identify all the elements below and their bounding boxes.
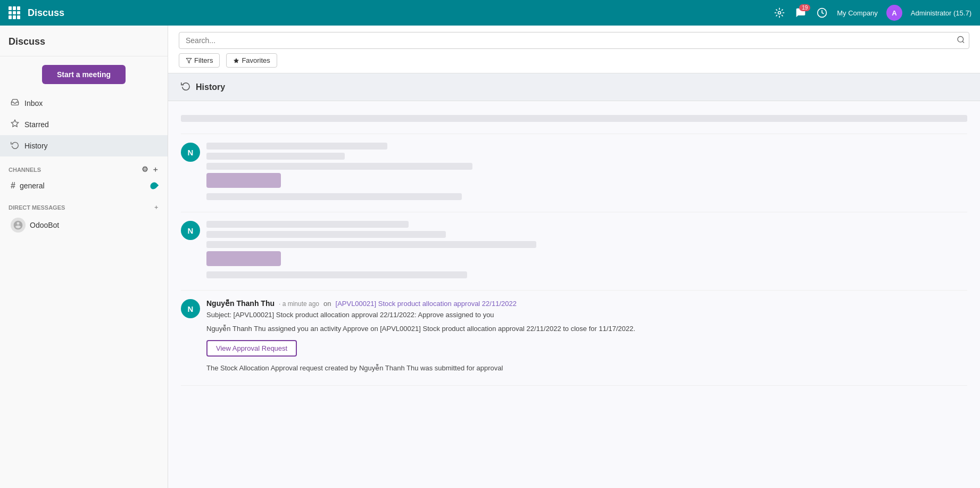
message-item-0: N Nguyễn Thanh Thu · a minute ago on [AP… (181, 291, 967, 386)
channels-section: CHANNELS ⚙ ＋ (0, 161, 168, 177)
content-area: History N (168, 73, 980, 488)
message-list: N N (168, 101, 980, 386)
sidebar-item-starred[interactable]: Starred (0, 114, 168, 135)
svg-marker-5 (186, 58, 192, 63)
channel-notification-dot (149, 181, 159, 191)
filters-label: Filters (194, 56, 213, 64)
message-item-redacted-2: N (181, 134, 967, 212)
search-input[interactable] (179, 32, 969, 49)
search-row (179, 26, 969, 53)
starred-label: Starred (24, 120, 49, 129)
message-time: · a minute ago (279, 300, 319, 308)
message-subject: Subject: [APVL00021] Stock product alloc… (206, 310, 967, 320)
sidebar-item-inbox[interactable]: Inbox (0, 93, 168, 114)
message-item-redacted-3: N (181, 212, 967, 291)
filters-button[interactable]: Filters (179, 53, 220, 68)
message-body-0: Nguyễn Thanh Thu · a minute ago on [APVL… (206, 299, 967, 377)
svg-point-3 (958, 37, 964, 43)
dm-odoobot[interactable]: OdooBot (0, 213, 168, 237)
app-title: Discuss (28, 7, 64, 19)
top-navbar: Discuss 19 My Company A Administrator (1… (0, 0, 980, 26)
history-header: History (168, 73, 980, 101)
odoobot-avatar (11, 218, 26, 233)
svg-marker-2 (11, 120, 18, 127)
chat-icon[interactable]: 19 (794, 6, 807, 19)
history-icon (11, 140, 19, 151)
apps-grid-icon[interactable] (9, 6, 21, 19)
channel-hash-icon: # (11, 181, 15, 191)
history-title: History (196, 82, 225, 92)
message-body-text: Nguyễn Thanh Thu assigned you an activit… (206, 324, 967, 334)
sidebar: Discuss Start a meeting Inbox Starred (0, 26, 168, 488)
direct-messages-label: DIRECT MESSAGES (9, 204, 65, 211)
svg-line-4 (962, 42, 964, 43)
message-body-redacted-2 (206, 143, 967, 203)
message-avatar-n2: N (181, 221, 200, 240)
favorites-button[interactable]: Favorites (226, 53, 277, 68)
sidebar-title: Discuss (0, 26, 168, 56)
search-button[interactable] (957, 36, 965, 46)
view-approval-request-button[interactable]: View Approval Request (206, 340, 297, 357)
star-icon (11, 119, 19, 130)
message-avatar-n1: N (181, 143, 200, 162)
avatar[interactable]: A (886, 5, 902, 21)
company-name[interactable]: My Company (837, 9, 878, 17)
topnav-right: 19 My Company A Administrator (15.7) (773, 5, 971, 21)
channels-actions: ⚙ ＋ (142, 165, 159, 175)
channel-name: general (20, 181, 45, 190)
message-badge: 19 (799, 4, 810, 11)
message-record-link[interactable]: [APVL00021] Stock product allocation app… (336, 300, 517, 308)
inbox-label: Inbox (24, 99, 43, 107)
message-author-name: Nguyễn Thanh Thu (206, 299, 275, 308)
history-section-icon (181, 81, 190, 93)
direct-messages-section: DIRECT MESSAGES ＋ (0, 199, 168, 213)
message-extra-text: The Stock Allocation Approval request cr… (206, 363, 967, 374)
message-body-redacted-3 (206, 221, 967, 282)
favorites-label: Favorites (242, 56, 270, 64)
svg-marker-6 (234, 58, 239, 63)
debug-icon[interactable] (773, 6, 786, 19)
username: Administrator (15.7) (911, 9, 971, 17)
on-text: on (323, 300, 331, 308)
search-wrapper (179, 32, 969, 49)
svg-point-0 (778, 12, 781, 14)
channels-label: CHANNELS (9, 167, 41, 173)
sub-header: Filters Favorites (168, 26, 980, 73)
sidebar-item-history[interactable]: History (0, 135, 168, 156)
app-layout: Discuss Start a meeting Inbox Starred (0, 26, 980, 488)
channels-add-icon[interactable]: ＋ (152, 165, 159, 175)
channel-general[interactable]: # general (0, 177, 168, 195)
main-content: Filters Favorites (168, 26, 980, 488)
channels-settings-icon[interactable]: ⚙ (142, 165, 148, 175)
activity-icon[interactable] (816, 6, 828, 19)
inbox-icon (11, 98, 19, 109)
dm-add-icon[interactable]: ＋ (153, 203, 159, 211)
odoobot-name: OdooBot (30, 221, 59, 229)
history-label: History (24, 142, 48, 150)
message-item-redacted-1 (181, 101, 967, 134)
filter-row: Filters Favorites (179, 53, 969, 73)
message-header: Nguyễn Thanh Thu · a minute ago on [APVL… (206, 299, 967, 308)
start-meeting-button[interactable]: Start a meeting (42, 65, 126, 84)
message-author-avatar: N (181, 299, 200, 318)
